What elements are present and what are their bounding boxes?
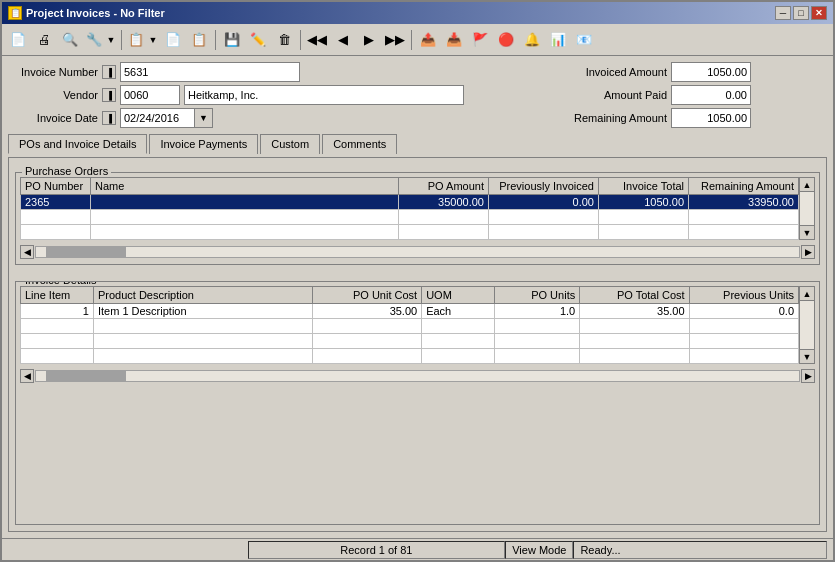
- po-col-name: Name: [91, 178, 399, 195]
- tab-comments[interactable]: Comments: [322, 134, 397, 154]
- detail-empty-row-1: [21, 319, 799, 334]
- toolbar-email-btn[interactable]: 📧: [572, 28, 596, 52]
- toolbar-sep-3: [300, 30, 301, 50]
- po-scroll-up[interactable]: ▲: [800, 178, 814, 192]
- tab-custom[interactable]: Custom: [260, 134, 320, 154]
- details-scroll-down[interactable]: ▼: [800, 349, 814, 363]
- form-right: Invoiced Amount Amount Paid Remaining Am…: [547, 62, 827, 128]
- details-table: Line Item Product Description PO Unit Co…: [20, 286, 799, 364]
- toolbar-nav-first[interactable]: ◀◀: [305, 28, 329, 52]
- details-h-scroll-track: [35, 370, 800, 382]
- invoice-number-input[interactable]: [120, 62, 300, 82]
- po-h-scroll[interactable]: ◀ ▶: [20, 244, 815, 260]
- window-title: Project Invoices - No Filter: [26, 7, 165, 19]
- po-table: PO Number Name PO Amount Previously Invo…: [20, 177, 799, 240]
- status-ready: Ready...: [573, 541, 827, 559]
- po-col-amount: PO Amount: [399, 178, 489, 195]
- detail-empty-row-3: [21, 349, 799, 364]
- form-left: Invoice Number ▐ Vendor ▐ Invoice Date ▐: [8, 62, 537, 128]
- date-picker-button[interactable]: ▼: [195, 108, 213, 128]
- toolbar-tools-btn[interactable]: 🔧: [84, 28, 104, 52]
- toolbar-filter-btn[interactable]: 📋: [126, 28, 146, 52]
- toolbar-notify-btn[interactable]: 🔔: [520, 28, 544, 52]
- details-scroll-right[interactable]: ▶: [801, 369, 815, 383]
- amount-paid-input[interactable]: [671, 85, 751, 105]
- details-h-scroll-thumb[interactable]: [46, 371, 126, 381]
- po-col-invoice-total: Invoice Total: [599, 178, 689, 195]
- toolbar-save-btn[interactable]: 💾: [220, 28, 244, 52]
- toolbar-nav-prev[interactable]: ◀: [331, 28, 355, 52]
- invoice-date-icon[interactable]: ▐: [102, 111, 116, 125]
- po-row-invoice-total: 1050.00: [599, 195, 689, 210]
- vendor-name-input[interactable]: [184, 85, 464, 105]
- detail-col-total-cost: PO Total Cost: [580, 287, 689, 304]
- invoiced-amount-label: Invoiced Amount: [547, 66, 667, 78]
- po-row-amount: 35000.00: [399, 195, 489, 210]
- vendor-icon[interactable]: ▐: [102, 88, 116, 102]
- invoice-details-group: Invoice Details Line Item Product Descri…: [15, 281, 820, 525]
- toolbar-flag-btn[interactable]: 🚩: [468, 28, 492, 52]
- detail-col-line: Line Item: [21, 287, 94, 304]
- po-scroll-down[interactable]: ▼: [800, 225, 814, 239]
- toolbar-new-btn[interactable]: 📄: [6, 28, 30, 52]
- invoice-date-input-group: ▼: [120, 108, 213, 128]
- remaining-amount-label: Remaining Amount: [547, 112, 667, 124]
- tab-pos-invoice-details[interactable]: POs and Invoice Details: [8, 134, 147, 154]
- tab-bar: POs and Invoice Details Invoice Payments…: [8, 134, 827, 154]
- po-empty-row-2: [21, 225, 799, 240]
- status-record: Record 1 of 81: [248, 541, 506, 559]
- toolbar-tools-dropdown[interactable]: ▼: [105, 28, 117, 52]
- close-button[interactable]: ✕: [811, 6, 827, 20]
- toolbar-alert-btn[interactable]: 🔴: [494, 28, 518, 52]
- po-table-wrapper: PO Number Name PO Amount Previously Invo…: [20, 177, 815, 240]
- toolbar-nav-last[interactable]: ▶▶: [383, 28, 407, 52]
- toolbar-sep-4: [411, 30, 412, 50]
- detail-row-total-cost: 35.00: [580, 304, 689, 319]
- po-col-prev-invoiced: Previously Invoiced: [489, 178, 599, 195]
- po-v-scroll[interactable]: ▲ ▼: [799, 177, 815, 240]
- po-table-row[interactable]: 2365 35000.00 0.00 1050.00 33950.00: [21, 195, 799, 210]
- title-controls: ─ □ ✕: [775, 6, 827, 20]
- detail-row-desc: Item 1 Description: [93, 304, 312, 319]
- detail-row-unit-cost: 35.00: [312, 304, 421, 319]
- toolbar-copy-btn[interactable]: 📋: [187, 28, 211, 52]
- toolbar-doc-btn[interactable]: 📄: [161, 28, 185, 52]
- vendor-label: Vendor: [8, 89, 98, 101]
- title-bar-left: 📋 Project Invoices - No Filter: [8, 6, 165, 20]
- detail-row-units: 1.0: [495, 304, 580, 319]
- details-scroll-up[interactable]: ▲: [800, 287, 814, 301]
- details-table-main: Line Item Product Description PO Unit Co…: [20, 286, 799, 364]
- details-v-scroll[interactable]: ▲ ▼: [799, 286, 815, 364]
- main-window: 📋 Project Invoices - No Filter ─ □ ✕ 📄 🖨…: [0, 0, 835, 562]
- toolbar-export-btn[interactable]: 📤: [416, 28, 440, 52]
- toolbar-nav-next[interactable]: ▶: [357, 28, 381, 52]
- toolbar-import-btn[interactable]: 📥: [442, 28, 466, 52]
- po-table-main: PO Number Name PO Amount Previously Invo…: [20, 177, 799, 240]
- vendor-code-input[interactable]: [120, 85, 180, 105]
- tab-invoice-payments[interactable]: Invoice Payments: [149, 134, 258, 154]
- invoice-date-input[interactable]: [120, 108, 195, 128]
- po-scroll-right[interactable]: ▶: [801, 245, 815, 259]
- details-h-scroll[interactable]: ◀ ▶: [20, 368, 815, 384]
- details-scroll-left[interactable]: ◀: [20, 369, 34, 383]
- status-view-mode: View Mode: [505, 541, 573, 559]
- toolbar-delete-btn[interactable]: 🗑: [272, 28, 296, 52]
- toolbar-edit-btn[interactable]: ✏️: [246, 28, 270, 52]
- detail-table-row[interactable]: 1 Item 1 Description 35.00 Each 1.0 35.0…: [21, 304, 799, 319]
- amount-paid-label: Amount Paid: [547, 89, 667, 101]
- remaining-amount-input[interactable]: [671, 108, 751, 128]
- statusbar: Record 1 of 81 View Mode Ready...: [2, 538, 833, 560]
- po-h-scroll-thumb[interactable]: [46, 247, 126, 257]
- minimize-button[interactable]: ─: [775, 6, 791, 20]
- toolbar-search-btn[interactable]: 🔍: [58, 28, 82, 52]
- maximize-button[interactable]: □: [793, 6, 809, 20]
- invoice-number-icon[interactable]: ▐: [102, 65, 116, 79]
- purchase-orders-label: Purchase Orders: [22, 165, 111, 177]
- toolbar-print-btn[interactable]: 🖨: [32, 28, 56, 52]
- toolbar-filter-dropdown[interactable]: ▼: [147, 28, 159, 52]
- po-scroll-left[interactable]: ◀: [20, 245, 34, 259]
- po-empty-row-1: [21, 210, 799, 225]
- invoiced-amount-input[interactable]: [671, 62, 751, 82]
- toolbar-chart-btn[interactable]: 📊: [546, 28, 570, 52]
- app-icon: 📋: [8, 6, 22, 20]
